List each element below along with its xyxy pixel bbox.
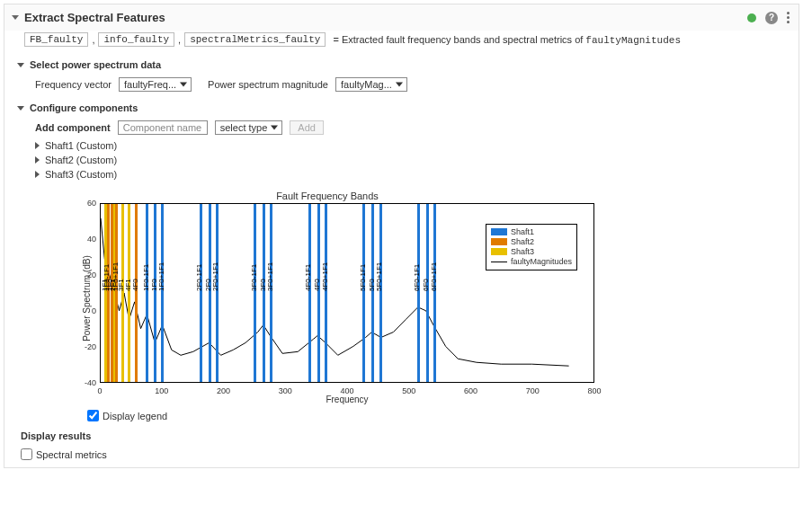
add-component-label: Add component bbox=[35, 122, 111, 133]
frequency-band-bar bbox=[426, 204, 429, 382]
frequency-band-bar bbox=[200, 204, 202, 382]
legend-swatch-icon bbox=[491, 238, 507, 245]
frequency-band-label: 4F0 bbox=[131, 279, 139, 291]
component-item[interactable]: Shaft2 (Custom) bbox=[35, 155, 788, 165]
freq-vector-label: Frequency vector bbox=[35, 79, 112, 90]
chevron-down-icon bbox=[17, 63, 24, 67]
frequency-band-bar bbox=[254, 204, 256, 382]
ytick: 20 bbox=[75, 270, 96, 279]
frequency-band-bar bbox=[270, 204, 272, 382]
frequency-band-bar bbox=[362, 204, 365, 382]
chevron-right-icon bbox=[35, 156, 40, 164]
chart-title: Fault Frequency Bands bbox=[44, 191, 611, 201]
frequency-band-bar bbox=[379, 204, 382, 382]
ytick: 40 bbox=[75, 235, 96, 244]
frequency-band-bar bbox=[154, 204, 156, 382]
ps-magnitude-label: Power spectrum magnitude bbox=[208, 79, 328, 90]
task-panel: Extract Spectral Features ? FB_faulty, i… bbox=[4, 4, 799, 468]
xtick: 600 bbox=[464, 386, 477, 395]
frequency-band-label: 5F0+1F1 bbox=[375, 262, 383, 291]
legend-swatch-icon bbox=[491, 228, 507, 235]
plot-area: 1F11F0-1F11F02F11F0+1F13F14F14F01F0-1F11… bbox=[100, 203, 594, 383]
spectral-metrics-checkbox[interactable] bbox=[21, 448, 32, 460]
section-header-config[interactable]: Configure components bbox=[17, 102, 788, 113]
frequency-band-bar bbox=[128, 204, 130, 382]
add-button[interactable]: Add bbox=[290, 120, 324, 135]
frequency-band-bar bbox=[433, 204, 436, 382]
chevron-right-icon bbox=[35, 142, 40, 149]
frequency-band-label: 2F0-1F1 bbox=[195, 264, 203, 291]
component-item[interactable]: Shaft1 (Custom) bbox=[35, 140, 788, 151]
xtick: 500 bbox=[402, 386, 415, 395]
display-legend-label[interactable]: Display legend bbox=[103, 411, 167, 421]
output-var-2[interactable]: info_faulty bbox=[98, 32, 174, 47]
display-legend-checkbox[interactable] bbox=[87, 410, 99, 421]
output-var-1[interactable]: FB_faulty bbox=[24, 32, 88, 47]
section-select-power-spectrum: Select power spectrum data Frequency vec… bbox=[30, 59, 788, 92]
frequency-band-label: 6F0-1F1 bbox=[413, 264, 421, 291]
frequency-band-bar bbox=[371, 204, 374, 382]
panel-title: Extract Spectral Features bbox=[24, 11, 165, 24]
legend-swatch-icon bbox=[491, 248, 507, 255]
ytick: 60 bbox=[75, 199, 96, 208]
xtick: 700 bbox=[526, 386, 540, 395]
component-item[interactable]: Shaft3 (Custom) bbox=[35, 169, 788, 180]
ytick: 0 bbox=[75, 306, 96, 315]
frequency-band-bar bbox=[317, 204, 320, 382]
frequency-band-label: 6F0+1F1 bbox=[430, 262, 438, 291]
frequency-band-label: 1F0-1F1 bbox=[142, 264, 150, 291]
frequency-band-bar bbox=[121, 204, 124, 382]
frequency-band-bar bbox=[216, 204, 219, 382]
chevron-down-icon bbox=[17, 106, 24, 111]
frequency-band-bar bbox=[107, 204, 110, 382]
frequency-band-label: 3F0+1F1 bbox=[266, 262, 274, 291]
outputs-row: FB_faulty, info_faulty, spectralMetrics_… bbox=[4, 31, 799, 52]
xtick: 300 bbox=[279, 386, 292, 395]
panel-header: Extract Spectral Features ? bbox=[4, 4, 799, 31]
output-description: = Extracted fault frequency bands and sp… bbox=[333, 34, 681, 46]
chart-legend: Shaft1Shaft2Shaft3faultyMagnitudes bbox=[486, 224, 577, 270]
xtick: 400 bbox=[340, 386, 353, 395]
frequency-band-label: 4F0+1F1 bbox=[321, 262, 329, 291]
frequency-band-label: 4F0 bbox=[313, 279, 321, 291]
display-results-heading: Display results bbox=[21, 430, 788, 441]
kebab-menu-icon[interactable] bbox=[785, 10, 791, 25]
xtick: 0 bbox=[97, 386, 102, 395]
chart-container: Fault Frequency Bands Power Spectrum (dB… bbox=[44, 191, 788, 421]
status-indicator-icon bbox=[747, 13, 756, 22]
frequency-band-label: 3F0-1F1 bbox=[250, 264, 258, 291]
frequency-band-bar bbox=[417, 204, 420, 382]
frequency-band-label: 5F0-1F1 bbox=[359, 264, 367, 291]
frequency-band-bar bbox=[263, 204, 265, 382]
chart-ylabel: Power Spectrum (dB) bbox=[82, 255, 92, 341]
frequency-band-label: 1F0+1F1 bbox=[157, 262, 165, 291]
xtick: 800 bbox=[587, 386, 601, 395]
section-configure-components: Configure components Add component Compo… bbox=[30, 102, 788, 180]
frequency-band-label: 2F0+1F1 bbox=[211, 262, 219, 291]
component-type-dropdown[interactable]: select type bbox=[215, 120, 283, 135]
ytick: -20 bbox=[75, 342, 96, 351]
legend-line-icon bbox=[491, 262, 507, 262]
frequency-band-label: 4F0-1F1 bbox=[304, 264, 312, 291]
xtick: 100 bbox=[155, 386, 168, 395]
ytick: -40 bbox=[75, 378, 96, 387]
frequency-band-label: 6F0 bbox=[422, 279, 430, 291]
frequency-band-bar bbox=[325, 204, 327, 382]
section-header-select-ps[interactable]: Select power spectrum data bbox=[17, 59, 788, 70]
frequency-band-bar bbox=[146, 204, 148, 382]
help-icon[interactable]: ? bbox=[765, 12, 778, 24]
xtick: 200 bbox=[217, 386, 230, 395]
freq-vector-dropdown[interactable]: faultyFreq... bbox=[119, 77, 192, 92]
chevron-right-icon bbox=[35, 171, 40, 178]
chart-xlabel: Frequency bbox=[100, 395, 594, 404]
frequency-band-bar bbox=[135, 204, 138, 382]
spectral-metrics-label[interactable]: Spectral metrics bbox=[36, 449, 107, 460]
frequency-band-bar bbox=[161, 204, 164, 382]
frequency-band-bar bbox=[209, 204, 211, 382]
component-name-input[interactable]: Component name bbox=[118, 120, 208, 135]
output-var-3[interactable]: spectralMetrics_faulty bbox=[184, 32, 326, 47]
ps-magnitude-dropdown[interactable]: faultyMag... bbox=[335, 77, 407, 92]
frequency-band-bar bbox=[115, 204, 118, 382]
frequency-band-bar bbox=[308, 204, 311, 382]
collapse-icon[interactable] bbox=[12, 15, 19, 20]
